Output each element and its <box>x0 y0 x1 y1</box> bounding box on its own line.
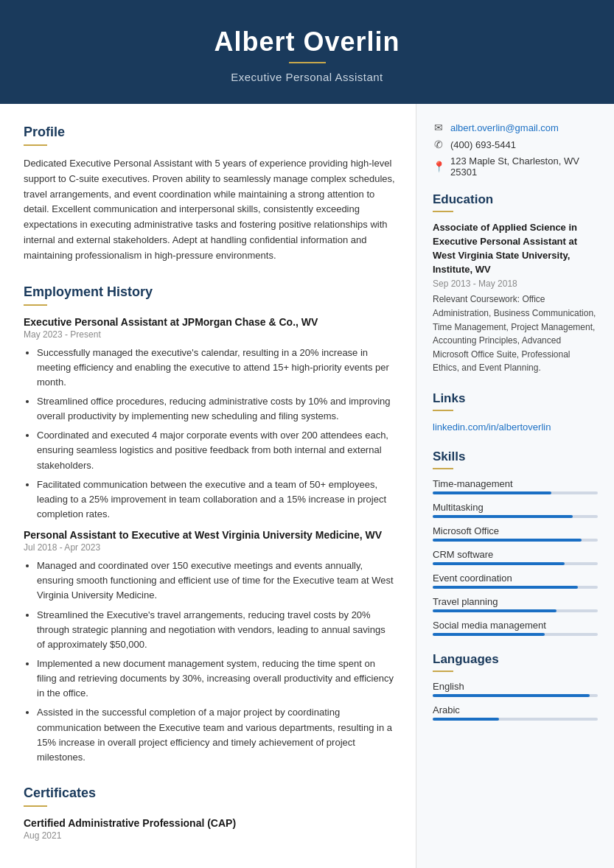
employment-divider <box>24 304 47 306</box>
skill-bar-fill-2 <box>433 539 582 542</box>
linkedin-link-item: linkedin.com/in/albertoverlin <box>433 420 598 433</box>
job-2-title: Personal Assistant to Executive at West … <box>24 529 395 541</box>
cert-1-title: Certified Administrative Professional (C… <box>24 817 395 829</box>
skill-label-6: Social media management <box>433 620 598 631</box>
certificates-title: Certificates <box>24 785 395 801</box>
skill-bar-bg-3 <box>433 562 598 565</box>
skill-bar-fill-6 <box>433 633 545 636</box>
cert-1: Certified Administrative Professional (C… <box>24 817 395 841</box>
job-2-bullet-1: Managed and coordinated over 150 executi… <box>37 559 395 603</box>
job-1-bullets: Successfully managed the executive's cal… <box>24 346 395 522</box>
education-section: Education Associate of Applied Science i… <box>433 192 598 375</box>
skill-label-2: Microsoft Office <box>433 525 598 536</box>
certificates-divider <box>24 805 47 807</box>
skills-section: Skills Time-management Multitasking Micr… <box>433 449 598 636</box>
skill-label-5: Travel planning <box>433 596 598 607</box>
edu-coursework: Relevant Coursework: Office Administrati… <box>433 293 598 375</box>
lang-item-1: Arabic <box>433 704 598 721</box>
job-2-date: Jul 2018 - Apr 2023 <box>24 542 395 553</box>
skill-bar-bg-5 <box>433 609 598 612</box>
header-divider <box>289 62 326 63</box>
location-icon: 📍 <box>433 161 444 172</box>
job-2-bullet-2: Streamlined the Executive's travel arran… <box>37 608 395 652</box>
links-section: Links linkedin.com/in/albertoverlin <box>433 391 598 433</box>
job-2: Personal Assistant to Executive at West … <box>24 529 395 765</box>
profile-section: Profile Dedicated Executive Personal Ass… <box>24 125 395 264</box>
skill-item-4: Event coordination <box>433 573 598 589</box>
skill-bar-fill-1 <box>433 515 573 518</box>
skill-bar-bg-2 <box>433 539 598 542</box>
lang-label-0: English <box>433 681 598 692</box>
skills-title: Skills <box>433 449 598 464</box>
skill-bar-bg-1 <box>433 515 598 518</box>
skill-bar-fill-4 <box>433 586 578 589</box>
links-title: Links <box>433 391 598 406</box>
contact-email: ✉ albert.overlin@gmail.com <box>433 122 598 133</box>
contact-address: 📍 123 Maple St, Charleston, WV 25301 <box>433 155 598 178</box>
skill-bar-bg-0 <box>433 491 598 494</box>
job-1: Executive Personal Assistant at JPMorgan… <box>24 316 395 522</box>
skill-bar-bg-4 <box>433 586 598 589</box>
job-1-bullet-4: Facilitated communication between the ex… <box>37 477 395 522</box>
job-1-bullet-2: Streamlined office procedures, reducing … <box>37 394 395 424</box>
job-2-bullets: Managed and coordinated over 150 executi… <box>24 559 395 765</box>
skill-item-3: CRM software <box>433 549 598 565</box>
cert-1-date: Aug 2021 <box>24 830 395 841</box>
job-1-title: Executive Personal Assistant at JPMorgan… <box>24 316 395 328</box>
lang-label-1: Arabic <box>433 704 598 715</box>
skill-label-1: Multitasking <box>433 502 598 513</box>
left-column: Profile Dedicated Executive Personal Ass… <box>0 104 416 868</box>
employment-title: Employment History <box>24 284 395 300</box>
skill-label-4: Event coordination <box>433 573 598 584</box>
links-divider <box>433 410 453 411</box>
lang-bar-fill-1 <box>433 718 499 721</box>
email-link[interactable]: albert.overlin@gmail.com <box>450 122 559 133</box>
skills-list: Time-management Multitasking Microsoft O… <box>433 478 598 636</box>
job-2-bullet-4: Assisted in the successful completion of… <box>37 705 395 765</box>
right-column: ✉ albert.overlin@gmail.com ✆ (400) 693-5… <box>416 104 614 868</box>
resume-container: Albert Overlin Executive Personal Assist… <box>0 0 614 868</box>
phone-icon: ✆ <box>433 139 444 150</box>
lang-item-0: English <box>433 681 598 697</box>
contact-phone: ✆ (400) 693-5441 <box>433 139 598 150</box>
skill-bar-bg-6 <box>433 633 598 636</box>
lang-bar-bg-0 <box>433 694 598 697</box>
resume-header: Albert Overlin Executive Personal Assist… <box>0 0 614 104</box>
phone-text: (400) 693-5441 <box>450 139 516 150</box>
edu-date: Sep 2013 - May 2018 <box>433 279 598 289</box>
certificates-section: Certificates Certified Administrative Pr… <box>24 785 395 841</box>
job-2-bullet-3: Implemented a new document management sy… <box>37 657 395 701</box>
lang-bar-bg-1 <box>433 718 598 721</box>
skill-label-0: Time-management <box>433 478 598 489</box>
languages-list: English Arabic <box>433 681 598 721</box>
skill-item-6: Social media management <box>433 620 598 636</box>
skills-divider <box>433 468 453 469</box>
skill-item-5: Travel planning <box>433 596 598 612</box>
skill-label-3: CRM software <box>433 549 598 560</box>
skill-item-0: Time-management <box>433 478 598 494</box>
education-divider <box>433 211 453 212</box>
languages-divider <box>433 671 453 672</box>
contact-section: ✉ albert.overlin@gmail.com ✆ (400) 693-5… <box>433 122 598 178</box>
address-text: 123 Maple St, Charleston, WV 25301 <box>450 155 598 178</box>
job-1-bullet-3: Coordinated and executed 4 major corpora… <box>37 428 395 472</box>
job-1-bullet-1: Successfully managed the executive's cal… <box>37 346 395 390</box>
email-icon: ✉ <box>433 122 444 133</box>
skill-bar-fill-5 <box>433 609 557 612</box>
job-1-date: May 2023 - Present <box>24 329 395 340</box>
resume-body: Profile Dedicated Executive Personal Ass… <box>0 104 614 868</box>
profile-text: Dedicated Executive Personal Assistant w… <box>24 156 395 264</box>
lang-bar-fill-0 <box>433 694 590 697</box>
education-title: Education <box>433 192 598 207</box>
candidate-title: Executive Personal Assistant <box>15 71 599 83</box>
skill-item-1: Multitasking <box>433 502 598 518</box>
skill-bar-fill-3 <box>433 562 565 565</box>
profile-divider <box>24 144 47 146</box>
candidate-name: Albert Overlin <box>15 27 599 57</box>
linkedin-link[interactable]: linkedin.com/in/albertoverlin <box>433 421 551 433</box>
languages-section: Languages English Arabic <box>433 652 598 721</box>
employment-section: Employment History Executive Personal As… <box>24 284 395 765</box>
skill-bar-fill-0 <box>433 491 551 494</box>
skill-item-2: Microsoft Office <box>433 525 598 542</box>
languages-title: Languages <box>433 652 598 667</box>
